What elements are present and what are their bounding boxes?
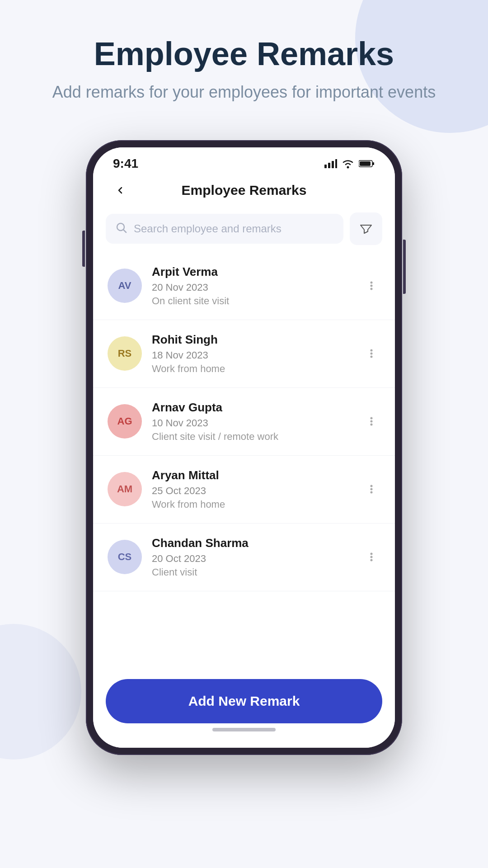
search-placeholder: Search employee and remarks (134, 222, 282, 235)
status-time: 9:41 (113, 156, 138, 171)
page-title: Employee Remarks (52, 36, 436, 72)
remark-info: Chandan Sharma 20 Oct 2023 Client visit (152, 536, 352, 578)
remark-date: 18 Nov 2023 (152, 349, 352, 361)
svg-point-12 (371, 349, 373, 352)
more-options-button[interactable] (362, 480, 380, 498)
remark-info: Arpit Verma 20 Nov 2023 On client site v… (152, 265, 352, 307)
nav-title: Employee Remarks (182, 183, 307, 198)
remark-info: Rohit Singh 18 Nov 2023 Work from home (152, 333, 352, 375)
add-remark-button[interactable]: Add New Remark (106, 679, 382, 723)
search-icon (116, 222, 127, 236)
filter-button[interactable] (350, 212, 382, 245)
svg-point-17 (371, 424, 373, 426)
svg-rect-1 (328, 163, 330, 168)
remark-name: Arpit Verma (152, 265, 352, 279)
bottom-bar: Add New Remark (93, 670, 395, 748)
remark-item: RS Rohit Singh 18 Nov 2023 Work from hom… (93, 320, 395, 388)
svg-point-15 (371, 417, 373, 420)
search-section: Search employee and remarks (93, 205, 395, 252)
remark-info: Arnav Gupta 10 Nov 2023 Client site visi… (152, 401, 352, 443)
signal-icon (324, 159, 337, 168)
more-options-button[interactable] (362, 277, 380, 295)
remark-date: 25 Oct 2023 (152, 485, 352, 497)
remarks-list: AV Arpit Verma 20 Nov 2023 On client sit… (93, 252, 395, 670)
more-options-button[interactable] (362, 344, 380, 363)
svg-rect-2 (332, 161, 334, 168)
home-indicator (212, 728, 276, 731)
remark-item: AG Arnav Gupta 10 Nov 2023 Client site v… (93, 388, 395, 456)
svg-point-10 (371, 285, 373, 287)
remark-name: Aryan Mittal (152, 468, 352, 482)
avatar: AV (108, 269, 142, 303)
battery-icon (359, 159, 375, 168)
search-bar[interactable]: Search employee and remarks (106, 214, 343, 244)
remark-info: Aryan Mittal 25 Oct 2023 Work from home (152, 468, 352, 510)
svg-point-19 (371, 488, 373, 491)
nav-bar: Employee Remarks (93, 175, 395, 205)
wifi-icon (342, 159, 354, 169)
remark-text: Client site visit / remote work (152, 431, 352, 443)
remark-item: AV Arpit Verma 20 Nov 2023 On client sit… (93, 252, 395, 320)
svg-point-23 (371, 559, 373, 561)
svg-point-18 (371, 485, 373, 487)
remark-text: Work from home (152, 499, 352, 510)
more-options-button[interactable] (362, 548, 380, 566)
bg-blob-bottom-left (0, 624, 81, 760)
svg-point-9 (371, 282, 373, 284)
avatar: CS (108, 540, 142, 574)
remark-text: On client site visit (152, 295, 352, 307)
phone-screen: 9:41 (93, 147, 395, 748)
status-icons (324, 159, 375, 169)
svg-rect-0 (324, 165, 327, 168)
svg-point-13 (371, 353, 373, 355)
phone-frame: 9:41 (86, 140, 402, 755)
remark-text: Client visit (152, 566, 352, 578)
more-options-button[interactable] (362, 412, 380, 430)
avatar: AM (108, 472, 142, 506)
remark-date: 20 Nov 2023 (152, 282, 352, 293)
svg-point-11 (371, 288, 373, 290)
remark-item: AM Aryan Mittal 25 Oct 2023 Work from ho… (93, 456, 395, 524)
svg-point-16 (371, 420, 373, 423)
svg-rect-7 (360, 161, 371, 166)
remark-date: 10 Nov 2023 (152, 417, 352, 429)
svg-point-14 (371, 356, 373, 358)
svg-point-4 (347, 166, 349, 168)
page-subtitle: Add remarks for your employees for impor… (52, 81, 436, 104)
svg-rect-6 (372, 162, 374, 165)
svg-point-22 (371, 556, 373, 558)
phone-container: 9:41 (86, 140, 402, 755)
status-bar: 9:41 (93, 147, 395, 175)
remark-name: Rohit Singh (152, 333, 352, 347)
svg-point-20 (371, 491, 373, 494)
remark-name: Chandan Sharma (152, 536, 352, 550)
remark-text: Work from home (152, 363, 352, 375)
svg-point-21 (371, 553, 373, 555)
avatar: RS (108, 336, 142, 371)
avatar: AG (108, 404, 142, 439)
remark-item: CS Chandan Sharma 20 Oct 2023 Client vis… (93, 524, 395, 591)
svg-rect-3 (335, 159, 337, 168)
back-button[interactable] (109, 179, 131, 201)
remark-name: Arnav Gupta (152, 401, 352, 415)
page-header: Employee Remarks Add remarks for your em… (7, 0, 481, 122)
remark-date: 20 Oct 2023 (152, 553, 352, 565)
